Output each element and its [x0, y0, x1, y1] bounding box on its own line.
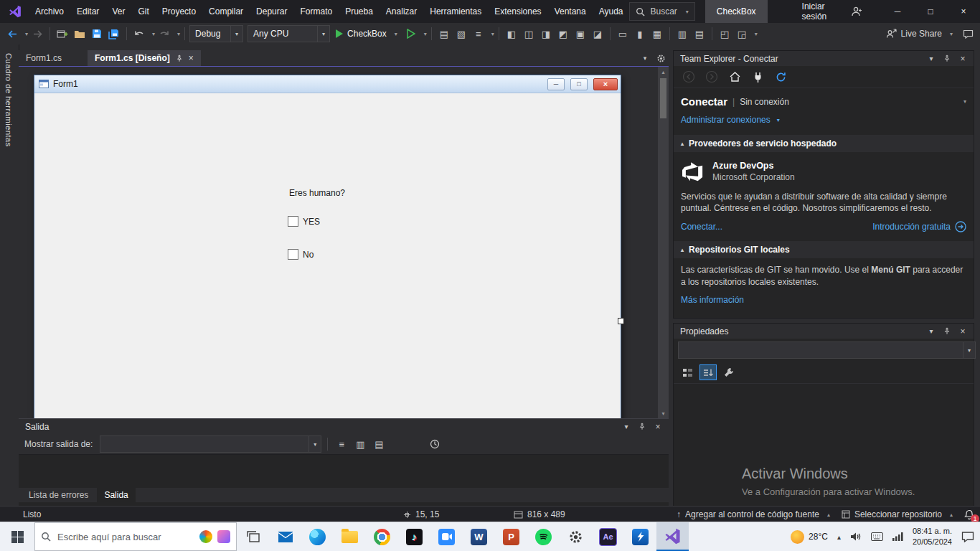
align-bottoms-icon[interactable]: ◪ [590, 25, 606, 42]
weather-widget[interactable]: 28°C [791, 530, 828, 544]
edge-browser-icon[interactable] [301, 522, 334, 551]
menu-proyecto[interactable]: Proyecto [156, 0, 202, 23]
scrollbar-thumb[interactable] [660, 78, 666, 118]
form-maximize-button[interactable]: □ [570, 78, 588, 90]
azure-devops-card[interactable]: Azure DevOps Microsoft Corporation [681, 156, 966, 185]
output-content[interactable] [19, 455, 669, 488]
menu-ayuda[interactable]: Ayuda [593, 0, 630, 23]
pages-chevron-icon[interactable]: ▾ [963, 98, 966, 105]
solution-name-badge[interactable]: CheckBox [705, 0, 768, 23]
output-source-combo[interactable]: ▾ [100, 435, 321, 453]
section-hosted-providers[interactable]: ▴ Proveedores de servicio hospedado [674, 135, 974, 152]
search-highlight-icon-2[interactable] [217, 530, 230, 543]
align-tops-icon[interactable]: ◩ [555, 25, 571, 42]
menu-analizar[interactable]: Analizar [380, 0, 423, 23]
word-app-icon[interactable]: W [463, 522, 495, 551]
menu-archivo[interactable]: Archivo [29, 0, 70, 23]
send-to-back-icon[interactable]: ◲ [734, 25, 750, 42]
section-expander-icon[interactable]: ▴ [681, 141, 684, 147]
menu-extensiones[interactable]: Extensiones [488, 0, 547, 23]
undo-chevron-icon[interactable]: ▾ [152, 31, 155, 37]
previous-message-icon[interactable]: ▥ [352, 435, 368, 453]
notifications-bell-icon[interactable]: 1 [964, 509, 974, 520]
output-panel-header[interactable]: Salida ▾ × [19, 419, 669, 434]
menu-prueba[interactable]: Prueba [339, 0, 380, 23]
window-maximize-button[interactable]: □ [914, 0, 947, 23]
designer-vertical-scrollbar[interactable]: ▴ ▾ [658, 67, 669, 418]
designer-surface[interactable]: Form1 ─ □ × Eres humano? YES No [19, 67, 669, 418]
menu-formato[interactable]: Formato [293, 0, 339, 23]
tab-options-gear-icon[interactable] [653, 50, 669, 66]
make-same-size-icon[interactable]: ▦ [649, 25, 665, 42]
redo-chevron-icon[interactable]: ▾ [177, 31, 180, 37]
volume-icon[interactable] [850, 532, 862, 542]
powerpoint-app-icon[interactable]: P [495, 522, 527, 551]
refresh-icon[interactable] [773, 68, 788, 85]
notification-center-icon[interactable] [961, 531, 974, 542]
feedback-icon[interactable] [960, 25, 976, 42]
checkbox-yes-box[interactable] [288, 216, 298, 227]
window-position-chevron-icon[interactable]: ▾ [620, 420, 633, 433]
start-debugging-button[interactable]: CheckBox ▾ [331, 25, 402, 42]
menu-ventana[interactable]: Ventana [548, 0, 593, 23]
start-button[interactable] [0, 522, 34, 551]
window-position-chevron-icon[interactable]: ▾ [925, 52, 938, 65]
history-icon[interactable] [427, 435, 443, 453]
checkbox-no-box[interactable] [288, 249, 298, 260]
new-project-icon[interactable] [55, 25, 70, 42]
form-resize-handle[interactable] [618, 318, 624, 324]
toolbar-options-chevron-icon[interactable]: ▾ [755, 31, 758, 37]
keyboard-icon[interactable] [871, 532, 883, 541]
align-rights-icon[interactable]: ◨ [538, 25, 554, 42]
task-view-button[interactable] [237, 522, 269, 551]
taskbar-search-input[interactable] [56, 531, 194, 543]
save-all-icon[interactable] [106, 25, 122, 42]
message-level-icon[interactable]: ≡ [334, 435, 349, 453]
toolbox-tab[interactable]: Cuadro de herramientas [0, 44, 19, 507]
connections-plug-icon[interactable] [750, 68, 765, 85]
menu-depurar[interactable]: Depurar [250, 0, 293, 23]
select-repository-button[interactable]: Seleccionar repositorio ▴ [842, 509, 953, 519]
more-info-link[interactable]: Más información [681, 292, 966, 308]
property-pages-icon[interactable] [721, 365, 737, 380]
start-without-debugging-icon[interactable] [403, 25, 419, 42]
designed-form-window[interactable]: Form1 ─ □ × Eres humano? YES No [34, 75, 621, 418]
menu-compilar[interactable]: Compilar [202, 0, 250, 23]
tiktok-app-icon[interactable]: ♪ [398, 522, 430, 551]
scroll-down-icon[interactable]: ▾ [661, 408, 664, 418]
form-minimize-button[interactable]: ─ [547, 78, 565, 90]
add-to-source-control-button[interactable]: ↑ Agregar al control de código fuente ▴ [677, 509, 830, 519]
solution-explorer-icon[interactable]: ▤ [436, 25, 452, 42]
navigate-back-icon[interactable] [4, 25, 20, 42]
menu-git[interactable]: Git [131, 0, 155, 23]
align-lefts-icon[interactable]: ◧ [504, 25, 519, 42]
chrome-browser-icon[interactable] [366, 522, 398, 551]
checkbox-no[interactable]: No [288, 249, 314, 260]
horizontal-spacing-icon[interactable]: ▥ [674, 25, 690, 42]
manage-connections-link[interactable]: Administrar conexiones ▾ [681, 110, 966, 129]
close-icon[interactable]: × [956, 52, 969, 65]
search-highlight-icon[interactable] [199, 530, 212, 543]
checkbox-yes[interactable]: YES [288, 216, 320, 227]
object-selector-combo[interactable]: ▾ [678, 342, 976, 359]
tab-list-chevron-icon[interactable]: ▾ [637, 50, 653, 66]
close-tab-icon[interactable]: × [189, 53, 194, 63]
categorized-icon[interactable] [679, 365, 695, 380]
clock-widget[interactable]: 08:41 a. m. 20/05/2024 [913, 526, 952, 547]
solution-configuration-combo[interactable]: Debug ▾ [189, 25, 243, 42]
connect-link[interactable]: Conectar... [681, 222, 722, 232]
settings-app-icon[interactable] [560, 522, 592, 551]
tab-output[interactable]: Salida [97, 488, 135, 502]
live-share-button[interactable]: Live Share ▾ [880, 29, 958, 39]
make-same-width-icon[interactable]: ▭ [615, 25, 631, 42]
bring-to-front-icon[interactable]: ◰ [717, 25, 732, 42]
close-icon[interactable]: × [956, 325, 969, 338]
window-position-chevron-icon[interactable]: ▾ [925, 325, 938, 338]
pin-icon[interactable] [941, 325, 953, 338]
team-explorer-header[interactable]: Team Explorer - Conectar ▾ × [674, 51, 974, 66]
make-same-height-icon[interactable]: ▮ [632, 25, 648, 42]
word-wrap-icon[interactable] [408, 435, 424, 453]
chevron-down-icon[interactable]: ▾ [491, 31, 494, 37]
home-icon[interactable] [727, 68, 743, 85]
arrow-circle-icon[interactable] [955, 221, 966, 232]
